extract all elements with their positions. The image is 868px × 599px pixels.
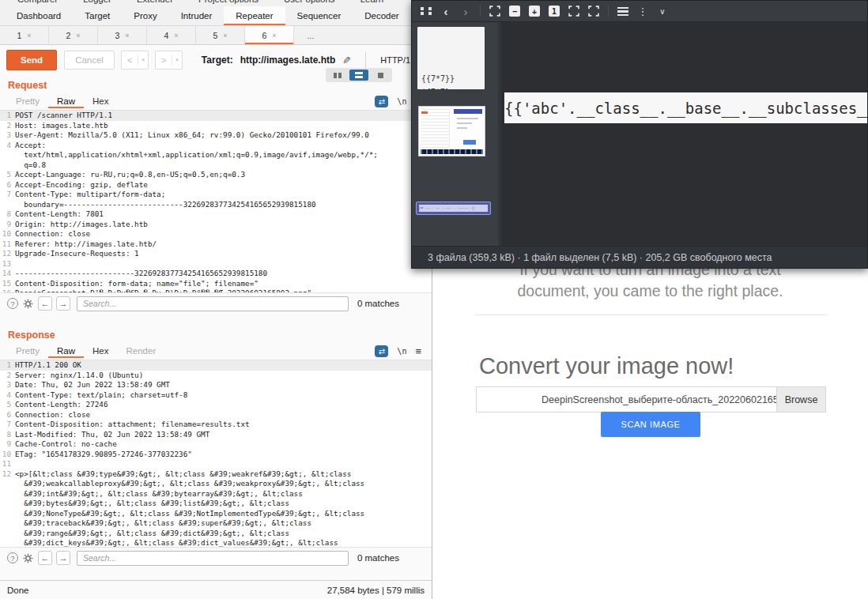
search-prev-button[interactable]: ← <box>38 551 52 565</box>
frameless-icon[interactable] <box>588 6 599 17</box>
close-icon[interactable]: × <box>223 32 227 40</box>
back-icon[interactable]: ‹ <box>440 5 451 18</box>
thumbnails-grid-icon[interactable] <box>421 7 432 15</box>
view-tab[interactable]: Pretty <box>7 344 48 358</box>
view-tab[interactable]: Render <box>118 344 165 358</box>
view-tab[interactable]: Hex <box>84 344 117 358</box>
burp-top-tab[interactable]: User options <box>284 0 335 1</box>
repeater-tab-number: 6 <box>262 31 266 40</box>
close-icon[interactable]: × <box>272 32 276 40</box>
swap-icon[interactable]: ⇄ <box>375 345 388 357</box>
cancel-button[interactable]: Cancel <box>64 51 115 70</box>
layout-toggle-group <box>326 68 392 82</box>
burp-main-tab[interactable]: Proxy <box>122 6 168 25</box>
code-line: 9Cache-Control: no-cache <box>0 439 432 450</box>
close-icon[interactable]: × <box>27 32 31 40</box>
view-tab[interactable]: Raw <box>48 94 84 108</box>
thumbnail-screenshot[interactable] <box>418 106 485 156</box>
zoom-fit-icon[interactable] <box>489 6 500 17</box>
code-line: 1HTTP/1.1 200 OK <box>0 360 432 371</box>
search-next-button[interactable]: → <box>56 551 70 565</box>
burp-main-tab[interactable]: Repeater <box>224 6 285 25</box>
line-number: 8 <box>0 209 15 220</box>
repeater-tab-more[interactable]: ... <box>294 26 327 44</box>
code-line: &#39;int&#39;&gt;, &lt;class &#39;bytear… <box>0 489 432 499</box>
forward-icon[interactable]: › <box>460 5 471 18</box>
burp-main-tab[interactable]: Target <box>73 6 122 25</box>
burp-top-tab[interactable]: Learn <box>360 0 383 1</box>
newline-toggle-icon[interactable]: \n <box>397 347 406 356</box>
close-icon[interactable]: × <box>76 32 80 40</box>
thumbnail-payload-file[interactable]: {{7*7}}${7*7}<%= 7*7 %>${{7*7}} <box>417 27 485 89</box>
repeater-tab[interactable]: 1× <box>0 26 49 44</box>
close-icon[interactable]: × <box>174 32 178 40</box>
repeater-tab[interactable]: 4× <box>147 26 196 44</box>
burp-top-tab[interactable]: Logger <box>83 0 111 1</box>
burp-main-tab[interactable]: Intruder <box>169 6 225 25</box>
swap-icon[interactable]: ⇄ <box>375 96 388 107</box>
chevron-down-icon[interactable]: ▾ <box>172 57 182 63</box>
view-tab[interactable]: Pretty <box>7 94 48 108</box>
file-input[interactable]: DeepinScreenshot_выберите-область_202206… <box>476 386 826 413</box>
chevron-down-icon[interactable]: ∨ <box>657 7 668 16</box>
line-number: 10 <box>0 450 15 460</box>
search-next-button[interactable]: → <box>56 296 70 311</box>
burp-status-bar: Done 27,584 bytes | 579 millis <box>0 580 432 599</box>
zoom-out-icon[interactable]: − <box>509 6 520 17</box>
help-icon[interactable]: ? <box>7 552 18 563</box>
browse-button[interactable]: Browse <box>776 387 825 412</box>
view-tab[interactable]: Hex <box>84 94 117 108</box>
burp-main-tab[interactable]: Decoder <box>353 6 410 25</box>
scan-image-button[interactable]: SCAN IMAGE <box>601 412 700 437</box>
gear-icon[interactable] <box>22 298 34 310</box>
fullscreen-icon[interactable] <box>568 6 579 17</box>
preview-text: {{'abc'.__class__.__base__.__subclasses_… <box>504 100 867 117</box>
line-number <box>0 200 15 210</box>
layout-rows-button[interactable] <box>349 70 368 81</box>
code-line: 9Origin: http://images.late.htb <box>0 220 432 230</box>
response-editor[interactable]: 1HTTP/1.1 200 OK 2Server: nginx/1.14.0 (… <box>0 360 432 548</box>
next-request-button[interactable]: > ▾ <box>155 51 183 70</box>
burp-top-tab[interactable]: Extender <box>137 0 173 1</box>
line-text: &#39;int&#39;&gt;, &lt;class &#39;bytear… <box>15 489 303 499</box>
burp-top-tab[interactable]: Comparer <box>17 0 58 1</box>
request-editor[interactable]: 1POST /scanner HTTP/1.1 2Host: images.la… <box>0 110 432 293</box>
newline-toggle-icon[interactable]: \n <box>397 97 406 106</box>
menu-icon[interactable]: ≡ <box>415 345 421 357</box>
burp-top-tab[interactable]: Project options <box>198 0 259 1</box>
burp-main-tab[interactable]: Sequencer <box>285 6 353 25</box>
chevron-down-icon[interactable]: ▾ <box>138 57 148 63</box>
send-button[interactable]: Send <box>6 50 57 70</box>
gear-icon[interactable] <box>22 552 34 564</box>
line-number: 12 <box>0 469 15 480</box>
search-input[interactable]: Search... <box>77 551 349 566</box>
search-input[interactable]: Search... <box>77 296 349 311</box>
repeater-tab-bar: 1× 2× 3× 4× 5× <box>0 26 432 45</box>
payload-line: ${7*7} <box>421 85 481 89</box>
burp-window: ComparerLoggerExtenderProject optionsUse… <box>0 0 432 599</box>
close-icon[interactable]: × <box>125 32 129 40</box>
line-text: Last-Modified: Thu, 02 Jun 2022 13:58:49… <box>15 430 209 440</box>
layout-columns-button[interactable] <box>328 70 347 81</box>
line-number: 1 <box>0 360 15 371</box>
view-tab[interactable]: Raw <box>48 344 84 358</box>
repeater-tab[interactable]: 5× <box>196 26 245 44</box>
request-view-tabs: PrettyRawHex ⇄ \n ≡ <box>0 92 432 110</box>
http-version-toggle[interactable]: HTTP/1 <box>380 55 410 65</box>
line-text: &#39;weakcallableproxy&#39;&gt;, &lt;cla… <box>15 479 364 489</box>
thumbnail-text-selected[interactable]: |= -- · -- · --- · ----- ·|· <box>416 202 491 215</box>
search-prev-button[interactable]: ← <box>38 296 52 311</box>
prev-request-button[interactable]: < ▾ <box>121 51 149 70</box>
list-view-icon[interactable] <box>617 7 628 16</box>
repeater-tab[interactable]: 3× <box>98 26 147 44</box>
layout-single-button[interactable] <box>371 70 390 81</box>
burp-main-tab[interactable]: Dashboard <box>5 6 73 25</box>
repeater-tab[interactable]: 2× <box>49 26 98 44</box>
repeater-tab[interactable]: 6× <box>245 26 294 44</box>
help-icon[interactable]: ? <box>7 298 18 309</box>
pencil-icon[interactable]: ✎ <box>342 55 351 66</box>
zoom-100-icon[interactable]: 1 <box>549 6 560 17</box>
zoom-in-icon[interactable]: + <box>529 6 540 17</box>
code-line: boundary=---------------------------3226… <box>0 200 432 210</box>
kebab-menu-icon[interactable]: ⋮ <box>637 6 648 17</box>
